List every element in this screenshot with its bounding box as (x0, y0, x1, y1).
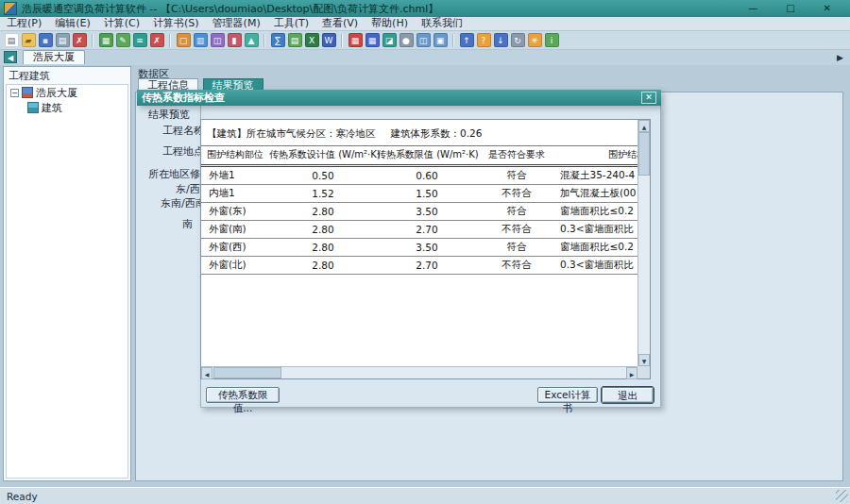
exit-button[interactable]: 退出 (602, 387, 654, 403)
calc-icon[interactable]: ≡ (133, 33, 147, 47)
close-icon[interactable]: ✕ (824, 1, 831, 16)
table-header-cell: 传热系数限值 (W/m²·K) (377, 146, 477, 166)
table-cell: 窗墙面积比≤0.2 (556, 239, 638, 257)
menu-item[interactable]: 管理器(M) (206, 17, 267, 30)
wall-icon[interactable]: ▥ (194, 33, 208, 47)
excel-report-button[interactable]: Excel计算书 (537, 387, 598, 403)
maximize-icon[interactable]: □ (786, 1, 794, 16)
horizontal-scrollbar[interactable]: ◀ ▶ (201, 366, 638, 378)
settings-icon[interactable]: ● (400, 33, 414, 47)
tree-node-building[interactable]: 建筑 (7, 100, 128, 115)
tab-overflow-icon[interactable]: ▶ (837, 53, 843, 62)
grid-red-icon[interactable]: ▦ (348, 33, 363, 47)
table-cell: 0.3<窗墙面积比 (556, 257, 638, 275)
table-cell: 1.50 (377, 185, 477, 203)
menu-item[interactable]: 工具(T) (267, 17, 315, 30)
window-tile-icon[interactable]: ▣ (434, 33, 448, 47)
resize-grip[interactable] (836, 490, 848, 502)
shape-factor-text: 建筑体形系数：0.26 (391, 127, 483, 141)
menu-item[interactable]: 查看(V) (315, 17, 365, 30)
collapse-node-icon[interactable]: − (10, 89, 19, 97)
menu-item[interactable]: 帮助(H) (365, 17, 415, 30)
report-icon[interactable]: ▤ (288, 33, 302, 47)
collapse-sidebar-icon[interactable]: ◀ (4, 51, 17, 63)
edit-icon[interactable]: ✎ (116, 33, 130, 47)
refresh-icon[interactable]: ↻ (511, 33, 525, 47)
info-icon[interactable]: i (545, 33, 559, 47)
menu-item[interactable]: 联系我们 (415, 17, 469, 30)
app-icon (4, 2, 17, 15)
document-tab-bar: ◀ 浩辰大厦 ▶ (0, 50, 850, 65)
menu-item[interactable]: 计算书(S) (146, 17, 206, 30)
tree-node-project[interactable]: − 浩辰大厦 (7, 85, 128, 100)
remove-icon[interactable]: ✗ (150, 33, 164, 47)
sun-icon[interactable]: ✳ (528, 33, 542, 47)
word-icon[interactable]: W (322, 33, 336, 47)
dialog-close-icon[interactable]: ✕ (641, 92, 656, 104)
table-cell: 混凝土35-240-4 (556, 166, 638, 185)
table-row[interactable]: 内墙11.521.50不符合加气混凝土板(00 (201, 185, 638, 203)
grid-blue-icon[interactable]: ▦ (366, 33, 380, 47)
toolbar-separator (452, 34, 454, 47)
toolbar: ▤▰▪▤✗▦✎≡✗▢▥◫▮▲∑▤XW▦▦◪●◫▣↑?↓↻✳i (0, 31, 850, 50)
scroll-down-icon[interactable]: ▼ (638, 354, 650, 366)
climate-zone-text: 【建筑】所在城市气候分区：寒冷地区 (207, 127, 376, 141)
scroll-up-icon[interactable]: ▲ (638, 120, 650, 132)
table-cell: 不符合 (477, 257, 556, 275)
table-row[interactable]: 外窗(东)2.803.50符合窗墙面积比≤0.2 (201, 203, 638, 221)
dialog-title-bar[interactable]: 传热系数指标检查 ✕ (137, 90, 661, 106)
excel-icon[interactable]: X (305, 33, 319, 47)
scroll-right-icon[interactable]: ▶ (626, 367, 638, 379)
window-icon[interactable]: ◫ (211, 33, 225, 47)
table-row[interactable]: 外窗(北)2.802.70不符合0.3<窗墙面积比 (201, 257, 638, 275)
minimize-icon[interactable]: — (748, 1, 757, 16)
form-label: 所在地区修 (148, 167, 200, 181)
building-manage-icon[interactable]: ▦ (99, 33, 113, 47)
load-calc-icon[interactable]: ∑ (271, 33, 285, 47)
table-cell: 2.70 (377, 257, 477, 275)
table-cell: 外墙1 (201, 166, 269, 185)
open-folder-icon[interactable]: ▰ (22, 33, 36, 47)
window-cascade-icon[interactable]: ◫ (416, 33, 431, 47)
door-icon[interactable]: ▮ (228, 33, 242, 47)
project-tree-panel: 工程建筑 − 浩辰大厦 建筑 (3, 66, 131, 481)
table-row[interactable]: 外窗(西)2.803.50符合窗墙面积比≤0.2 (201, 239, 638, 257)
menu-item[interactable]: 编辑(E) (48, 17, 97, 30)
vertical-scrollbar[interactable]: ▲ ▼ (638, 120, 650, 366)
menu-item[interactable]: 工程(P) (0, 17, 48, 30)
table-body: 外墙10.500.60符合混凝土35-240-4内墙11.521.50不符合加气… (201, 166, 638, 275)
table-cell: 2.80 (269, 203, 377, 221)
up-icon[interactable]: ↑ (460, 33, 474, 47)
title-bar[interactable]: 浩辰暖通空调负荷计算软件 -- 【C:\Users\doumiao\Deskto… (0, 0, 850, 17)
table-cell: 0.50 (269, 166, 377, 185)
scroll-left-icon[interactable]: ◀ (201, 367, 212, 379)
form-label: 东南/西南 (161, 196, 206, 210)
table-cell: 2.80 (269, 257, 377, 275)
table-cell: 不符合 (477, 221, 556, 239)
table-row[interactable]: 外窗(南)2.802.70不符合0.3<窗墙面积比 (201, 221, 638, 239)
tree-node-label: 建筑 (42, 101, 62, 115)
down-icon[interactable]: ↓ (494, 33, 508, 47)
heat-coefficient-limit-button[interactable]: 传热系数限值... (206, 387, 280, 403)
room-icon[interactable]: ▢ (177, 33, 191, 47)
structure-icon (27, 102, 39, 113)
document-tab[interactable]: 浩辰大厦 (23, 50, 85, 64)
vertical-scroll-thumb[interactable] (638, 132, 650, 176)
print-icon[interactable]: ▤ (56, 33, 70, 47)
table-cell: 外窗(北) (201, 257, 269, 275)
table-header-cell: 是否符合要求 (477, 146, 556, 166)
status-text: Ready (0, 491, 38, 502)
horizontal-scroll-thumb[interactable] (213, 367, 281, 378)
table-row[interactable]: 外墙10.500.60符合混凝土35-240-4 (201, 166, 638, 185)
roof-icon[interactable]: ▲ (245, 33, 259, 47)
delete-file-icon[interactable]: ✗ (73, 33, 87, 47)
save-icon[interactable]: ▪ (39, 33, 53, 47)
table-header-row: 围护结构部位传热系数设计值 (W/m²·K)传热系数限值 (W/m²·K)是否符… (201, 146, 638, 166)
menu-item[interactable]: 计算(C) (97, 17, 146, 30)
table-cell: 不符合 (477, 185, 556, 203)
new-file-icon[interactable]: ▤ (5, 33, 19, 47)
check-table: 围护结构部位传热系数设计值 (W/m²·K)传热系数限值 (W/m²·K)是否符… (201, 145, 638, 275)
chart-icon[interactable]: ◪ (382, 33, 397, 47)
help-icon[interactable]: ? (477, 33, 491, 47)
toolbar-separator (341, 34, 343, 47)
